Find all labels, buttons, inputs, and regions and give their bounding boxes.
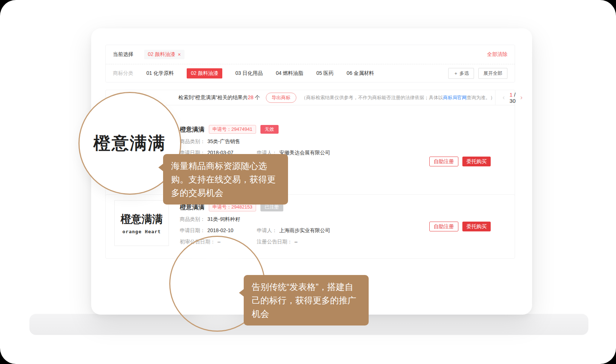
prev-page-icon[interactable]: ‹	[503, 94, 505, 101]
thumbnail-2-subtext: orange Heart	[122, 229, 161, 234]
clear-all-link[interactable]: 全部清除	[487, 51, 507, 58]
current-selection-label: 当前选择	[113, 51, 133, 58]
category-item-03[interactable]: 03 日化用品	[235, 70, 263, 77]
category-list: 01 化学原料 02 颜料油漆 03 日化用品 04 燃料油脂 05 医药 06…	[146, 68, 374, 78]
disclaimer-suffix: 查询为准。）	[467, 95, 495, 100]
filter-card: 当前选择 02 颜料油漆 × 全部清除 商标分类 01 化学原料 02 颜料油漆…	[105, 45, 515, 82]
category-item-05[interactable]: 05 医药	[316, 70, 333, 77]
selected-filter-tag[interactable]: 02 颜料油漆 ×	[144, 50, 185, 59]
filter-extra-buttons: ＋ 多选 展开全部	[448, 68, 507, 79]
trademark-thumbnail-2: 橙意满满 orange Heart	[114, 200, 169, 246]
thumbnail-2-text: 橙意满满	[121, 212, 163, 227]
results-count-number: 28	[248, 94, 254, 100]
self-register-button[interactable]: 自助注册	[429, 157, 458, 166]
status-badge-invalid: 无效	[260, 125, 279, 134]
trademark-office-link[interactable]: 商标局官网	[443, 95, 467, 100]
entrust-purchase-button[interactable]: 委托购买	[462, 157, 491, 166]
page-indicator: 1 / 30	[510, 92, 516, 104]
results-count-suffix: 个	[254, 94, 260, 100]
disclaimer-prefix: （商标检索结果仅供参考，不作为商标能否注册的法律依据；具体以	[301, 95, 443, 100]
current-page-number: 1	[510, 92, 512, 98]
magnified-trademark-text: 橙意满满	[94, 132, 166, 155]
page-canvas: 当前选择 02 颜料油漆 × 全部清除 商标分类 01 化学原料 02 颜料油漆…	[0, 0, 616, 364]
result-row-2-actions: 自助注册 委托购买	[429, 195, 491, 258]
callout-tooltip-promotion-text: 告别传统“发表格”，搭建自己的标行，获得更多的推广机会	[252, 282, 356, 319]
selected-filter-tag-label: 02 颜料油漆	[148, 51, 175, 58]
callout-tooltip-marketplace: 海量精品商标资源随心选购。支持在线交易，获得更多的交易机会	[163, 154, 288, 205]
self-register-button[interactable]: 自助注册	[429, 222, 458, 231]
callout-tooltip-promotion: 告别传统“发表格”，搭建自己的标行，获得更多的推广机会	[244, 275, 369, 325]
current-selection-row: 当前选择 02 颜料油漆 × 全部清除	[106, 45, 515, 64]
next-page-icon[interactable]: ›	[520, 94, 522, 101]
expand-all-button[interactable]: 展开全部	[478, 68, 507, 79]
category-row: 商标分类 01 化学原料 02 颜料油漆 03 日化用品 04 燃料油脂 05 …	[106, 64, 515, 82]
pagination: ‹ 1 / 30 ›	[495, 90, 528, 105]
category-item-06[interactable]: 06 金属材料	[346, 70, 374, 77]
export-trademark-button[interactable]: 导出商标	[266, 93, 296, 103]
category-item-04[interactable]: 04 燃料油脂	[276, 70, 303, 77]
results-count-text: 检索到“橙意满满”相关的结果共28 个	[178, 94, 260, 101]
tooltip-arrow-left-icon	[158, 163, 163, 171]
application-number-tag: 申请号：29474941	[209, 125, 256, 134]
tooltip-arrow-left-icon	[239, 289, 244, 297]
results-count-prefix: 检索到“橙意满满”相关的结果共	[178, 94, 248, 100]
category-item-02-selected[interactable]: 02 颜料油漆	[187, 68, 222, 78]
category-row-label: 商标分类	[113, 70, 133, 77]
trademark-name: 橙意满满	[180, 125, 204, 134]
results-header: 检索到“橙意满满”相关的结果共28 个 导出商标 （商标检索结果仅供参考，不作为…	[106, 90, 515, 105]
category-item-01[interactable]: 01 化学原料	[146, 70, 174, 77]
multi-select-button[interactable]: ＋ 多选	[448, 68, 474, 79]
entrust-purchase-button[interactable]: 委托购买	[462, 222, 491, 231]
results-disclaimer: （商标检索结果仅供参考，不作为商标能否注册的法律依据；具体以商标局官网查询为准。…	[301, 94, 495, 101]
callout-tooltip-marketplace-text: 海量精品商标资源随心选购。支持在线交易，获得更多的交易机会	[171, 161, 276, 198]
close-icon[interactable]: ×	[178, 52, 181, 57]
